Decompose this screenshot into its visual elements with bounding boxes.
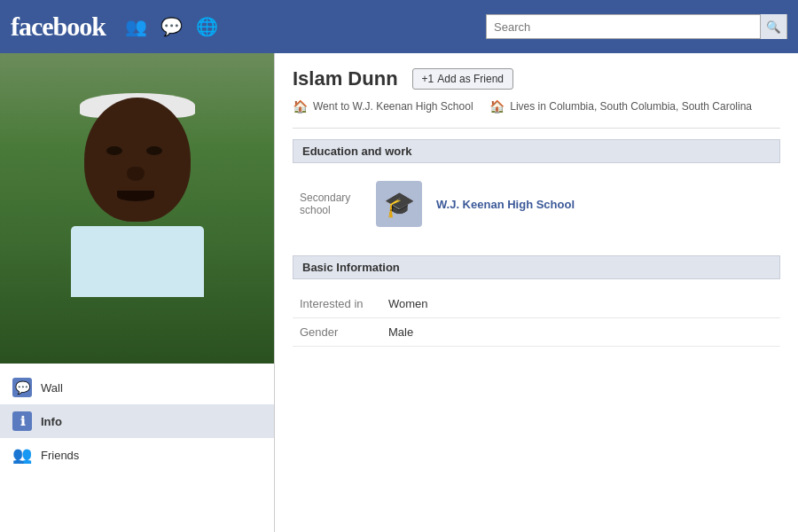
education-entry: Secondary school 🎓 W.J. Keenan High Scho… bbox=[293, 174, 780, 241]
education-section-header: Education and work bbox=[293, 139, 780, 163]
gender-label: Gender bbox=[300, 325, 388, 339]
school-meta-text: Went to W.J. Keenan High School bbox=[313, 100, 473, 113]
facebook-logo: facebook bbox=[11, 12, 106, 42]
meta-divider bbox=[293, 128, 780, 129]
globe-nav-icon[interactable]: 🌐 bbox=[194, 14, 219, 39]
info-icon: ℹ bbox=[12, 411, 32, 431]
top-navigation: facebook 👥 💬 🌐 🔍 bbox=[0, 0, 798, 53]
wall-icon: 💬 bbox=[12, 378, 32, 397]
search-bar: 🔍 bbox=[486, 14, 787, 39]
add-friend-button[interactable]: +1 Add as Friend bbox=[412, 68, 513, 90]
profile-meta: 🏠 Went to W.J. Keenan High School 🏠 Live… bbox=[293, 99, 780, 113]
sidebar-item-friends-label: Friends bbox=[41, 449, 79, 462]
basic-info-section-header: Basic Information bbox=[293, 255, 780, 279]
profile-header: Islam Dunn +1 Add as Friend bbox=[293, 67, 780, 90]
interested-in-value: Women bbox=[388, 297, 428, 310]
school-meta-icon: 🏠 bbox=[293, 99, 308, 113]
location-meta-text: Lives in Columbia, South Columbia, South… bbox=[510, 100, 752, 113]
sidebar-item-friends[interactable]: 👥 Friends bbox=[0, 438, 274, 472]
sidebar-item-wall[interactable]: 💬 Wall bbox=[0, 371, 274, 404]
gender-value: Male bbox=[388, 325, 413, 339]
add-friend-label: Add as Friend bbox=[437, 73, 504, 85]
school-name: W.J. Keenan High School bbox=[436, 198, 575, 211]
sidebar: 💬 Wall ℹ Info 👥 Friends bbox=[0, 53, 275, 532]
chat-nav-icon[interactable]: 💬 bbox=[159, 14, 184, 39]
interested-in-row: Interested in Women bbox=[293, 290, 780, 318]
friends-icon: 👥 bbox=[12, 445, 32, 465]
school-icon: 🎓 bbox=[376, 181, 422, 227]
sidebar-item-wall-label: Wall bbox=[41, 381, 63, 395]
profile-content: Islam Dunn +1 Add as Friend 🏠 Went to W.… bbox=[275, 53, 798, 532]
sidebar-navigation: 💬 Wall ℹ Info 👥 Friends bbox=[0, 364, 274, 479]
edu-type-label: Secondary school bbox=[300, 192, 362, 216]
gender-row: Gender Male bbox=[293, 318, 780, 347]
education-section: Education and work Secondary school 🎓 W.… bbox=[293, 139, 780, 241]
add-friend-prefix: +1 bbox=[422, 73, 434, 85]
location-meta-icon: 🏠 bbox=[489, 99, 505, 113]
sidebar-item-info-label: Info bbox=[41, 415, 62, 428]
friends-nav-icon[interactable]: 👥 bbox=[123, 14, 148, 39]
main-layout: 💬 Wall ℹ Info 👥 Friends Islam Dunn +1 Ad… bbox=[0, 53, 798, 532]
interested-in-label: Interested in bbox=[300, 297, 388, 310]
profile-name: Islam Dunn bbox=[293, 67, 398, 90]
sidebar-item-info[interactable]: ℹ Info bbox=[0, 404, 274, 438]
graduation-cap-icon: 🎓 bbox=[384, 190, 415, 219]
basic-info-section: Basic Information Interested in Women Ge… bbox=[293, 255, 780, 347]
profile-photo bbox=[0, 53, 274, 364]
search-input[interactable] bbox=[487, 20, 760, 34]
search-button[interactable]: 🔍 bbox=[760, 14, 786, 39]
